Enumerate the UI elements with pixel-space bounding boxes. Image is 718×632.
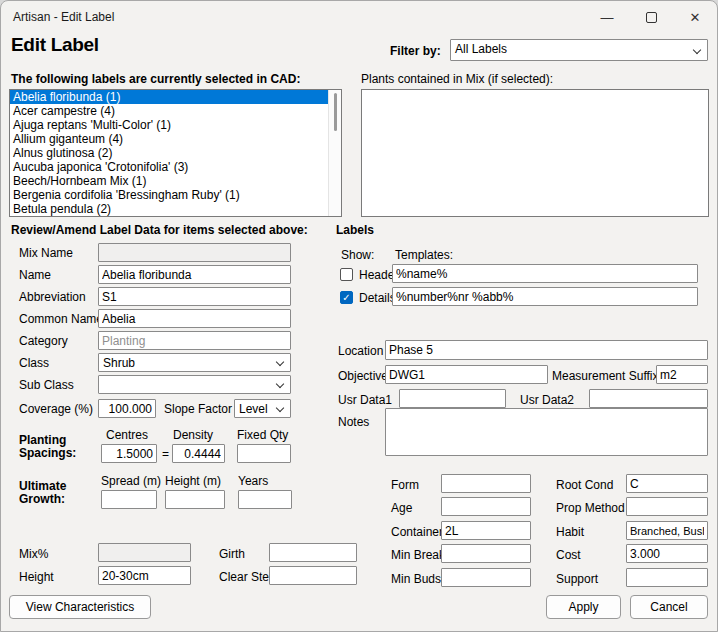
years-field[interactable]	[238, 490, 292, 509]
measurement-suffix-label: Measurement Suffix	[552, 369, 659, 383]
list-item[interactable]: Abelia floribunda (1)	[10, 90, 341, 104]
cost-field[interactable]	[626, 544, 708, 563]
details-checkbox-label: Details	[359, 291, 396, 305]
class-select[interactable]: Shrub	[98, 353, 291, 372]
category-field[interactable]	[98, 331, 291, 350]
category-label: Category	[19, 334, 68, 348]
list-item[interactable]: Acer campestre (4)	[10, 104, 341, 118]
density-field[interactable]	[172, 444, 225, 463]
list-item[interactable]: Ajuga reptans 'Multi-Color' (1)	[10, 118, 341, 132]
spread-label: Spread (m)	[101, 474, 161, 488]
slope-factor-select[interactable]: Level	[234, 399, 291, 418]
coverage-field[interactable]	[98, 399, 156, 418]
header-template-field[interactable]	[392, 264, 698, 283]
filter-by-label: Filter by:	[390, 44, 441, 58]
class-value: Shrub	[103, 356, 135, 370]
container-field[interactable]	[441, 521, 531, 540]
spread-field[interactable]	[101, 490, 157, 509]
height-field[interactable]	[98, 566, 191, 585]
view-characteristics-button[interactable]: View Characteristics	[9, 595, 151, 619]
support-field[interactable]	[626, 568, 708, 587]
growth-height-field[interactable]	[165, 490, 225, 509]
min-buds-field[interactable]	[441, 568, 531, 587]
slope-factor-label: Slope Factor	[164, 402, 232, 416]
templates-label: Templates:	[395, 248, 453, 262]
fixed-qty-label: Fixed Qty	[237, 428, 288, 442]
min-breaks-field[interactable]	[441, 544, 531, 563]
cad-list-label: The following labels are currently selec…	[11, 72, 300, 86]
list-item[interactable]: Allium giganteum (4)	[10, 132, 341, 146]
close-icon: ✕	[690, 10, 701, 25]
usr-data2-field[interactable]	[589, 389, 708, 408]
girth-label: Girth	[219, 547, 245, 561]
prop-method-label: Prop Method	[556, 501, 625, 515]
location-field[interactable]	[385, 340, 708, 360]
mix-name-label: Mix Name	[19, 246, 73, 260]
close-button[interactable]: ✕	[673, 1, 717, 33]
details-template-field[interactable]	[392, 287, 698, 306]
class-label: Class	[19, 356, 49, 370]
abbreviation-label: Abbreviation	[19, 290, 86, 304]
root-cond-label: Root Cond	[556, 478, 613, 492]
mix-pct-field[interactable]	[98, 543, 191, 562]
window-controls: — ✕	[585, 1, 717, 33]
common-name-label: Common Name	[19, 312, 103, 326]
cost-label: Cost	[556, 548, 581, 562]
edit-label-dialog: Artisan - Edit Label — ✕ Edit Label Filt…	[0, 0, 718, 632]
container-label: Container	[391, 525, 443, 539]
header-checkbox[interactable]	[340, 268, 353, 281]
clear-stem-field[interactable]	[269, 566, 357, 585]
minimize-button[interactable]: —	[585, 1, 629, 33]
location-label: Location	[338, 344, 383, 358]
apply-button[interactable]: Apply	[546, 595, 621, 619]
coverage-label: Coverage (%)	[19, 402, 93, 416]
list-item[interactable]: Beech/Hornbeam Mix (1)	[10, 174, 341, 188]
support-label: Support	[556, 572, 598, 586]
ultimate-growth-label-line2: Growth:	[19, 492, 65, 506]
age-field[interactable]	[441, 497, 531, 516]
chevron-down-icon	[694, 47, 701, 54]
common-name-field[interactable]	[98, 309, 291, 328]
root-cond-field[interactable]	[626, 474, 708, 493]
planting-spacings-label-line2: Spacings:	[19, 446, 76, 460]
centres-label: Centres	[106, 428, 148, 442]
maximize-button[interactable]	[629, 1, 673, 33]
details-checkbox[interactable]: ✓	[340, 291, 353, 304]
mix-plants-listbox[interactable]	[361, 89, 709, 217]
page-title: Edit Label	[11, 34, 99, 56]
notes-field[interactable]	[385, 408, 708, 456]
cancel-button[interactable]: Cancel	[630, 595, 708, 619]
habit-field[interactable]	[626, 521, 708, 540]
abbreviation-field[interactable]	[98, 287, 291, 306]
scrollbar-thumb[interactable]	[334, 93, 337, 131]
centres-field[interactable]	[101, 444, 157, 463]
habit-label: Habit	[556, 525, 584, 539]
filter-by-value: All Labels	[455, 42, 507, 56]
name-field[interactable]	[98, 265, 291, 284]
girth-field[interactable]	[269, 543, 357, 562]
mix-name-field[interactable]	[98, 243, 291, 262]
growth-height-label: Height (m)	[165, 474, 221, 488]
list-scrollbar[interactable]	[328, 90, 341, 216]
form-field[interactable]	[441, 474, 531, 493]
list-item[interactable]: Bergenia cordifolia 'Bressingham Ruby' (…	[10, 188, 341, 202]
objective-label: Objective	[338, 369, 388, 383]
list-item[interactable]: Betula pendula (2)	[10, 202, 341, 216]
slope-factor-value: Level	[239, 402, 268, 416]
usr-data1-field[interactable]	[399, 389, 506, 408]
filter-by-select[interactable]: All Labels	[450, 39, 708, 61]
cad-selected-listbox: Abelia floribunda (1) Acer campestre (4)…	[9, 89, 342, 217]
list-item[interactable]: Aucuba japonica 'Crotonifolia' (3)	[10, 160, 341, 174]
form-label: Form	[391, 478, 419, 492]
maximize-icon	[646, 12, 657, 23]
ultimate-growth-label-line1: Ultimate	[19, 479, 66, 493]
window-title: Artisan - Edit Label	[13, 10, 114, 24]
fixed-qty-field[interactable]	[237, 444, 291, 463]
chevron-down-icon	[277, 359, 284, 366]
measurement-suffix-field[interactable]	[656, 365, 708, 384]
prop-method-field[interactable]	[626, 497, 708, 516]
sub-class-select[interactable]	[98, 375, 291, 394]
list-item[interactable]: Alnus glutinosa (2)	[10, 146, 341, 160]
objective-field[interactable]	[385, 365, 548, 384]
density-label: Density	[173, 428, 213, 442]
